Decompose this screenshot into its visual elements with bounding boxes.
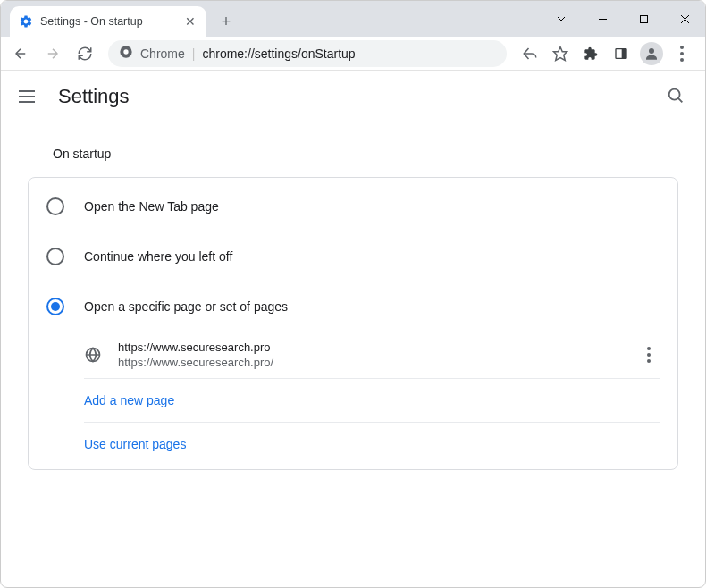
globe-icon (84, 346, 102, 364)
search-icon[interactable] (666, 86, 687, 107)
window-titlebar: Settings - On startup ✕ + (1, 1, 705, 37)
use-current-pages-link[interactable]: Use current pages (84, 423, 660, 466)
svg-marker-6 (554, 46, 567, 60)
radio-icon (46, 197, 64, 215)
bookmark-button[interactable] (546, 39, 575, 68)
profile-button[interactable] (637, 39, 666, 68)
browser-toolbar: Chrome | chrome://settings/onStartup (1, 37, 705, 71)
omnibox-prefix: Chrome (140, 46, 185, 61)
browser-tab[interactable]: Settings - On startup ✕ (10, 6, 206, 37)
forward-button[interactable] (38, 39, 67, 68)
reload-button[interactable] (71, 39, 99, 68)
svg-point-9 (649, 48, 654, 54)
svg-point-10 (669, 88, 680, 99)
omnibox-separator: | (192, 46, 196, 61)
svg-rect-1 (640, 15, 647, 22)
page-title: Settings (58, 85, 130, 108)
radio-label: Open a specific page or set of pages (84, 299, 288, 314)
chrome-icon (119, 45, 133, 62)
radio-specific-page[interactable]: Open a specific page or set of pages (29, 281, 677, 332)
startup-card: Open the New Tab page Continue where you… (28, 177, 678, 470)
section-title: On startup (53, 147, 684, 161)
settings-header: Settings (1, 71, 705, 122)
share-button[interactable] (516, 39, 544, 68)
page-name: https://www.securesearch.pro (118, 340, 622, 354)
page-info: https://www.securesearch.pro https://www… (118, 340, 622, 369)
svg-point-5 (123, 49, 128, 54)
startup-pages-list: https://www.securesearch.pro https://www… (84, 332, 660, 466)
gear-icon (19, 14, 33, 29)
radio-label: Open the New Tab page (84, 199, 219, 214)
avatar-icon (640, 42, 663, 65)
page-url: https://www.securesearch.pro/ (118, 356, 622, 369)
radio-icon (46, 248, 64, 265)
hamburger-menu-icon[interactable] (19, 86, 40, 107)
down-chevron-button[interactable] (541, 1, 582, 37)
radio-new-tab[interactable]: Open the New Tab page (29, 181, 677, 231)
radio-continue[interactable]: Continue where you left off (29, 231, 677, 281)
side-panel-button[interactable] (607, 39, 635, 68)
more-options-icon[interactable] (638, 344, 660, 365)
window-controls (541, 1, 705, 37)
svg-line-11 (678, 97, 682, 101)
minimize-button[interactable] (582, 1, 623, 37)
extensions-button[interactable] (576, 39, 605, 68)
svg-rect-8 (622, 48, 626, 58)
address-bar[interactable]: Chrome | chrome://settings/onStartup (108, 40, 507, 67)
close-window-button[interactable] (664, 1, 705, 37)
settings-content: On startup Open the New Tab page Continu… (1, 122, 705, 486)
back-button[interactable] (6, 39, 35, 68)
menu-button[interactable] (668, 39, 696, 68)
radio-icon (46, 298, 64, 315)
close-tab-icon[interactable]: ✕ (183, 14, 198, 29)
tab-title: Settings - On startup (40, 15, 143, 28)
startup-page-item: https://www.securesearch.pro https://www… (84, 332, 660, 379)
new-tab-button[interactable]: + (214, 9, 239, 34)
maximize-button[interactable] (623, 1, 664, 37)
omnibox-url: chrome://settings/onStartup (202, 46, 355, 61)
radio-label: Continue where you left off (84, 249, 232, 264)
add-page-link[interactable]: Add a new page (84, 379, 660, 423)
